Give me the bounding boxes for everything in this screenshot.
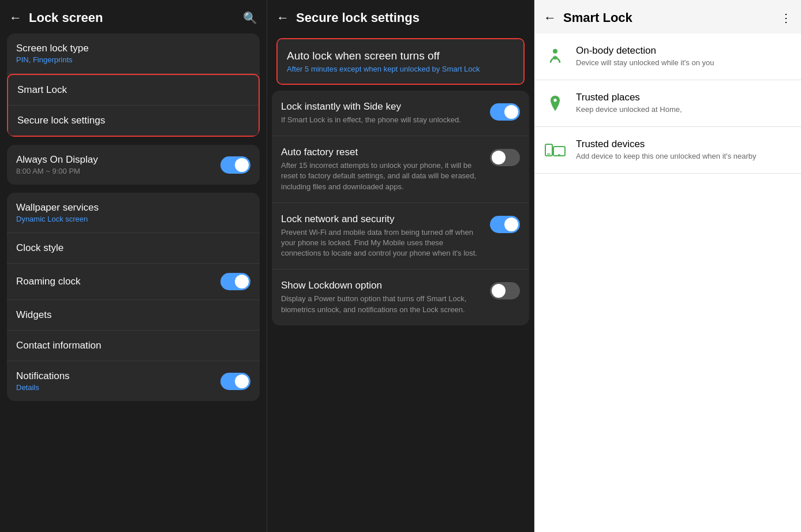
trusted-devices-item[interactable]: Trusted devices Add device to keep this …	[534, 127, 801, 174]
secure-lock-item[interactable]: Secure lock settings	[8, 106, 259, 136]
auto-factory-item[interactable]: Auto factory reset After 15 incorrect at…	[272, 136, 529, 203]
secure-lock-panel: ← Secure lock settings Auto lock when sc…	[267, 0, 534, 532]
trusted-devices-subtitle: Add device to keep this one unlocked whe…	[576, 152, 792, 160]
screen-lock-subtitle: PIN, Fingerprints	[16, 55, 250, 64]
lock-network-title: Lock network and security	[281, 213, 483, 225]
toggle-knob	[235, 158, 249, 172]
roaming-clock-toggle[interactable]	[220, 273, 250, 290]
location-icon	[544, 92, 567, 115]
svg-point-3	[553, 99, 556, 102]
devices-icon	[544, 138, 567, 162]
smart-lock-header: ← Smart Lock ⋮	[534, 0, 801, 33]
page-title: Lock screen	[29, 10, 236, 25]
show-lockdown-title: Show Lockdown option	[281, 280, 483, 291]
screen-lock-item[interactable]: Screen lock type PIN, Fingerprints	[7, 33, 260, 74]
secure-settings-card: Lock instantly with Side key If Smart Lo…	[272, 91, 529, 325]
lock-screen-header: ← Lock screen 🔍	[0, 0, 267, 33]
extras-card: Wallpaper services Dynamic Lock screen C…	[7, 193, 260, 401]
always-on-title: Always On Display	[16, 154, 220, 166]
smart-lock-content: On-body detection Device will stay unloc…	[534, 33, 801, 532]
secure-lock-content: Auto lock when screen turns off After 5 …	[267, 33, 534, 532]
widgets-item[interactable]: Widgets	[7, 300, 260, 331]
wallpaper-title: Wallpaper services	[16, 202, 250, 213]
trusted-devices-title: Trusted devices	[576, 138, 792, 150]
on-body-item[interactable]: On-body detection Device will stay unloc…	[534, 33, 801, 80]
roaming-clock-title: Roaming clock	[16, 276, 220, 287]
smart-lock-item[interactable]: Smart Lock	[8, 75, 259, 106]
lock-instantly-item[interactable]: Lock instantly with Side key If Smart Lo…	[272, 91, 529, 136]
wallpaper-subtitle: Dynamic Lock screen	[16, 215, 250, 223]
secure-lock-page-title: Secure lock settings	[296, 10, 525, 25]
toggle-knob-notif	[235, 374, 249, 388]
clock-style-title: Clock style	[16, 242, 250, 254]
trusted-places-subtitle: Keep device unlocked at Home,	[576, 105, 792, 114]
smart-secure-highlight: Smart Lock Secure lock settings	[7, 74, 260, 137]
smart-lock-back-button[interactable]: ←	[544, 10, 556, 25]
on-body-subtitle: Device will stay unlocked while it's on …	[576, 58, 792, 67]
auto-lock-subtitle: After 5 minutes except when kept unlocke…	[287, 65, 514, 73]
lock-network-toggle[interactable]	[490, 216, 520, 233]
smart-lock-panel: ← Smart Lock ⋮ On-body detection Device …	[534, 0, 801, 532]
always-on-card: Always On Display 8:00 AM ~ 9:00 PM	[7, 145, 260, 185]
smart-lock-page-title: Smart Lock	[563, 10, 773, 25]
show-lockdown-item[interactable]: Show Lockdown option Display a Power but…	[272, 269, 529, 325]
always-on-subtitle: 8:00 AM ~ 9:00 PM	[16, 167, 220, 175]
lock-network-item[interactable]: Lock network and security Prevent Wi-Fi …	[272, 203, 529, 270]
notifications-title: Notifications	[16, 370, 220, 382]
auto-factory-toggle[interactable]	[490, 149, 520, 166]
lock-network-desc: Prevent Wi-Fi and mobile data from being…	[281, 227, 483, 259]
back-button[interactable]: ←	[9, 10, 22, 25]
auto-factory-desc: After 15 incorrect attempts to unlock yo…	[281, 160, 483, 192]
trusted-places-title: Trusted places	[576, 92, 792, 103]
contact-info-item[interactable]: Contact information	[7, 331, 260, 361]
toggle-knob-roaming	[235, 275, 249, 289]
wallpaper-item[interactable]: Wallpaper services Dynamic Lock screen	[7, 193, 260, 233]
roaming-clock-item[interactable]: Roaming clock	[7, 264, 260, 300]
trusted-places-item[interactable]: Trusted places Keep device unlocked at H…	[534, 80, 801, 127]
notifications-item[interactable]: Notifications Details	[7, 361, 260, 401]
widgets-title: Widgets	[16, 309, 250, 321]
person-icon	[544, 45, 567, 68]
always-on-toggle[interactable]	[220, 156, 250, 174]
toggle-knob-lockdown	[492, 284, 506, 298]
notifications-toggle[interactable]	[220, 373, 250, 390]
auto-lock-highlight: Auto lock when screen turns off After 5 …	[276, 38, 525, 85]
svg-point-0	[553, 49, 557, 54]
show-lockdown-toggle[interactable]	[490, 282, 520, 299]
show-lockdown-desc: Display a Power button option that turns…	[281, 294, 483, 314]
auto-lock-title: Auto lock when screen turns off	[287, 50, 514, 62]
lock-screen-panel: ← Lock screen 🔍 Screen lock type PIN, Fi…	[0, 0, 267, 532]
contact-info-title: Contact information	[16, 340, 250, 351]
auto-lock-item[interactable]: Auto lock when screen turns off After 5 …	[278, 39, 523, 84]
notifications-subtitle: Details	[16, 383, 220, 392]
lock-instantly-toggle[interactable]	[490, 103, 520, 121]
smart-lock-title: Smart Lock	[17, 84, 249, 96]
screen-lock-title: Screen lock type	[16, 43, 250, 54]
lock-instantly-title: Lock instantly with Side key	[281, 101, 483, 113]
toggle-knob-factory	[492, 151, 506, 164]
lock-screen-content: Screen lock type PIN, Fingerprints Smart…	[0, 33, 267, 532]
toggle-knob-network	[504, 218, 518, 231]
auto-factory-title: Auto factory reset	[281, 147, 483, 158]
lock-instantly-desc: If Smart Lock is in effect, the phone wi…	[281, 115, 483, 125]
on-body-title: On-body detection	[576, 45, 792, 57]
secure-lock-title: Secure lock settings	[17, 115, 249, 126]
more-options-icon[interactable]: ⋮	[780, 11, 792, 25]
clock-style-item[interactable]: Clock style	[7, 233, 260, 264]
secure-back-button[interactable]: ←	[276, 10, 289, 25]
search-icon[interactable]: 🔍	[243, 11, 257, 25]
main-settings-card: Screen lock type PIN, Fingerprints Smart…	[7, 33, 260, 137]
toggle-knob-lock	[504, 105, 518, 119]
always-on-item[interactable]: Always On Display 8:00 AM ~ 9:00 PM	[7, 145, 260, 185]
secure-lock-header: ← Secure lock settings	[267, 0, 534, 33]
